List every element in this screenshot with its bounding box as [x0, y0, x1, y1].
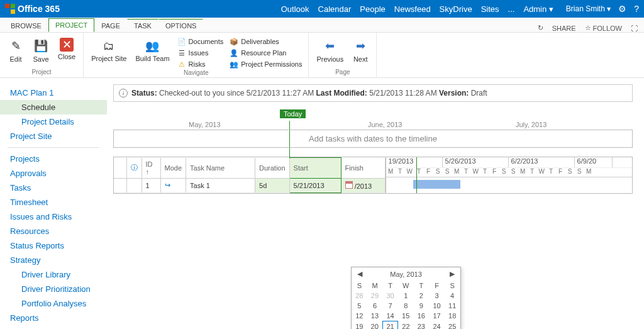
- nav-projects[interactable]: Projects: [0, 152, 107, 166]
- tab-options[interactable]: OPTIONS: [158, 19, 204, 32]
- brand-logo[interactable]: Office 365: [5, 4, 60, 14]
- nav-people[interactable]: People: [360, 4, 385, 14]
- dp-day[interactable]: 4: [445, 291, 460, 301]
- col-mode[interactable]: Mode: [160, 158, 186, 179]
- dp-day[interactable]: 30: [382, 291, 398, 301]
- tab-task[interactable]: TASK: [127, 19, 158, 32]
- nav-mac-plan[interactable]: MAC Plan 1: [0, 86, 107, 100]
- dp-day[interactable]: 3: [429, 291, 445, 301]
- nav-schedule[interactable]: Schedule: [0, 100, 107, 114]
- dp-day[interactable]: 9: [414, 301, 430, 311]
- dp-next[interactable]: ▶: [448, 270, 457, 278]
- dp-day[interactable]: 18: [445, 311, 460, 321]
- nav-project-site[interactable]: Project Site: [0, 129, 107, 143]
- col-id[interactable]: ID ↑: [142, 158, 160, 179]
- dp-day[interactable]: 7: [382, 301, 398, 311]
- dp-prev[interactable]: ◀: [355, 270, 364, 278]
- nav-outlook[interactable]: Outlook: [281, 4, 309, 14]
- dp-day[interactable]: 11: [445, 301, 460, 311]
- deliverables-link[interactable]: 📦Deliverables: [228, 36, 303, 47]
- nav-newsfeed[interactable]: Newsfeed: [394, 4, 431, 14]
- nav-issues-risks[interactable]: Issues and Risks: [0, 209, 107, 224]
- dp-day[interactable]: 14: [382, 311, 398, 321]
- cell-id[interactable]: 1: [142, 178, 160, 192]
- issues-link[interactable]: ☰Issues: [176, 48, 225, 58]
- document-icon: 📄: [177, 37, 186, 46]
- previous-button[interactable]: ⬅Previous: [314, 36, 346, 64]
- project-site-button[interactable]: 🗂Project Site: [89, 36, 129, 64]
- sync-button[interactable]: ↻: [538, 24, 543, 32]
- nav-skydrive[interactable]: SkyDrive: [440, 4, 472, 14]
- nav-driver-library[interactable]: Driver Library: [0, 267, 107, 282]
- dp-day[interactable]: 23: [414, 321, 430, 330]
- nav-strategy[interactable]: Strategy: [0, 253, 107, 267]
- dp-day[interactable]: 29: [367, 291, 383, 301]
- dp-day[interactable]: 12: [352, 311, 367, 321]
- col-info[interactable]: ⓘ: [126, 158, 142, 179]
- nav-tasks[interactable]: Tasks: [0, 181, 107, 195]
- dp-day[interactable]: 17: [429, 311, 445, 321]
- nav-more[interactable]: ...: [508, 4, 515, 14]
- fullscreen-button[interactable]: ⛶: [631, 25, 638, 32]
- cell-finish[interactable]: /2013: [341, 178, 385, 192]
- dp-day[interactable]: 20: [367, 321, 383, 330]
- dp-day[interactable]: 2: [414, 291, 430, 301]
- dp-day[interactable]: 8: [398, 301, 414, 311]
- cell-task-name[interactable]: Task 1: [186, 178, 255, 192]
- timeline-dropzone[interactable]: Add tasks with dates to the timeline: [113, 130, 633, 148]
- dp-day[interactable]: 21: [382, 321, 398, 330]
- dp-day[interactable]: 1: [398, 291, 414, 301]
- gear-icon[interactable]: ⚙: [618, 4, 626, 14]
- task-row[interactable]: 1 ↪ Task 1 5d 5/21/2013 /2013: [114, 178, 385, 192]
- close-button[interactable]: ✕Close: [55, 36, 78, 62]
- tab-project[interactable]: PROJECT: [48, 18, 94, 32]
- dp-day[interactable]: 25: [445, 321, 460, 330]
- nav-approvals[interactable]: Approvals: [0, 166, 107, 181]
- dp-day[interactable]: 5: [352, 301, 367, 311]
- dp-day[interactable]: 13: [367, 311, 383, 321]
- project-permissions-link[interactable]: 👥Project Permissions: [228, 59, 303, 69]
- dp-day[interactable]: 24: [429, 321, 445, 330]
- help-icon[interactable]: ?: [634, 4, 639, 14]
- dp-day[interactable]: 15: [398, 311, 414, 321]
- nav-calendar[interactable]: Calendar: [318, 4, 352, 14]
- resource-plan-link[interactable]: 👤Resource Plan: [228, 48, 303, 58]
- save-button[interactable]: 💾Save: [30, 36, 52, 64]
- cell-start[interactable]: 5/21/2013: [289, 178, 341, 192]
- calendar-icon[interactable]: [345, 181, 353, 189]
- edit-button[interactable]: ✎Edit: [5, 36, 26, 64]
- dp-day[interactable]: 16: [414, 311, 430, 321]
- col-task-name[interactable]: Task Name: [186, 158, 255, 179]
- nav-sites[interactable]: Sites: [481, 4, 499, 14]
- dp-day[interactable]: 10: [429, 301, 445, 311]
- build-team-button[interactable]: 👥Build Team: [133, 36, 172, 64]
- tab-page[interactable]: PAGE: [94, 19, 127, 32]
- col-start[interactable]: Start: [289, 158, 341, 179]
- col-finish[interactable]: Finish: [341, 158, 385, 179]
- follow-button[interactable]: ☆ FOLLOW: [585, 24, 622, 32]
- nav-reports[interactable]: Reports: [0, 311, 107, 325]
- dp-day[interactable]: 19: [352, 321, 367, 330]
- documents-link[interactable]: 📄Documents: [176, 36, 225, 47]
- tab-browse[interactable]: BROWSE: [4, 19, 48, 32]
- cell-duration[interactable]: 5d: [255, 178, 290, 192]
- nav-driver-prioritization[interactable]: Driver Prioritization: [0, 282, 107, 296]
- nav-server-settings[interactable]: Server Settings: [0, 325, 107, 329]
- nav-portfolio-analyses[interactable]: Portfolio Analyses: [0, 296, 107, 311]
- user-menu[interactable]: Brian Smith ▾: [566, 4, 611, 13]
- nav-status-reports[interactable]: Status Reports: [0, 238, 107, 253]
- nav-project-details[interactable]: Project Details: [0, 114, 107, 129]
- share-button[interactable]: SHARE: [552, 25, 576, 32]
- risks-link[interactable]: ⚠Risks: [176, 59, 225, 69]
- next-button[interactable]: ➡Next: [350, 36, 371, 64]
- nav-timesheet[interactable]: Timesheet: [0, 195, 107, 209]
- gantt-bar-task1[interactable]: [413, 180, 460, 189]
- nav-resources[interactable]: Resources: [0, 224, 107, 238]
- dp-day[interactable]: 28: [352, 291, 367, 301]
- gantt-chart[interactable]: 19/2013 5/26/2013 6/2/2013 6/9/20 MTWTFS…: [386, 157, 633, 194]
- cell-mode[interactable]: ↪: [160, 178, 186, 192]
- dp-day[interactable]: 22: [398, 321, 414, 330]
- nav-admin[interactable]: Admin ▾: [523, 4, 553, 14]
- col-duration[interactable]: Duration: [255, 158, 290, 179]
- dp-day[interactable]: 6: [367, 301, 383, 311]
